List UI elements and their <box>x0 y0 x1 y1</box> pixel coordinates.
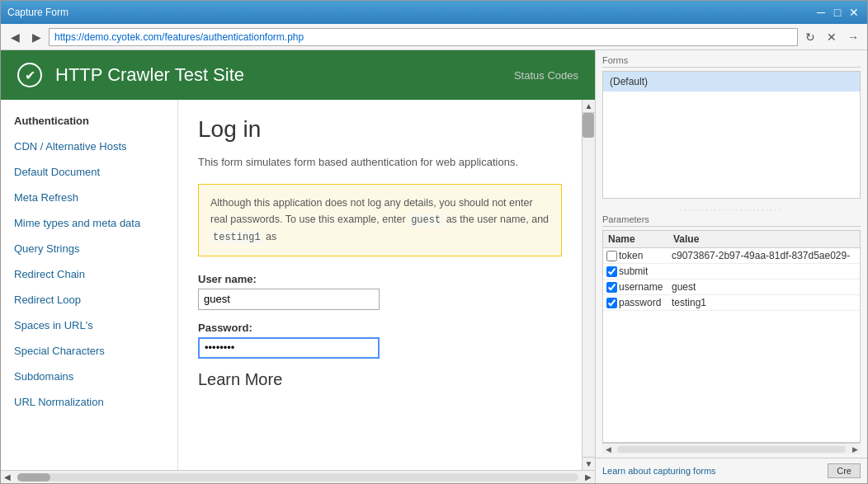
name-column-header: Name <box>603 231 668 248</box>
sidebar-item-special-characters[interactable]: Special Characters <box>1 338 177 364</box>
site-header: ✔ HTTP Crawler Test Site Status Codes <box>1 50 595 100</box>
sidebar-item-spaces-url[interactable]: Spaces in URL's <box>1 312 177 338</box>
title-bar: Capture Form ─ □ ✕ <box>1 1 867 24</box>
sidebar-item-redirect-loop[interactable]: Redirect Loop <box>1 287 177 312</box>
value-column-header: Value <box>668 231 860 248</box>
go-button[interactable]: → <box>844 28 862 46</box>
learn-more-title: Learn More <box>198 370 562 389</box>
username-input[interactable] <box>198 289 380 310</box>
params-scroll-right[interactable]: ▶ <box>849 445 861 453</box>
learn-link[interactable]: Learn about capturing forms <box>602 466 716 476</box>
param-name-cell: token <box>603 248 668 264</box>
guest-code: guest <box>408 214 443 227</box>
param-value-cell: testing1 <box>668 295 860 311</box>
page-title: Log in <box>198 116 562 143</box>
param-checkbox[interactable] <box>606 282 617 293</box>
param-name-text: username <box>619 281 663 293</box>
scroll-left-button[interactable]: ◀ <box>1 471 14 484</box>
site-title: HTTP Crawler Test Site <box>55 64 501 86</box>
param-name-container: submit <box>606 265 665 277</box>
page-description: This form simulates form based authentic… <box>198 154 562 171</box>
sidebar-item-mime-types[interactable]: Mime types and meta data <box>1 210 177 236</box>
params-h-scrollbar: ◀ ▶ <box>602 443 861 454</box>
param-value-cell <box>668 264 860 280</box>
vertical-scrollbar: ▲ ▼ <box>582 100 595 470</box>
scroll-thumb[interactable] <box>583 113 594 138</box>
site-logo: ✔ <box>17 63 42 87</box>
page-content: Log in This form simulates form based au… <box>178 100 582 470</box>
params-section: Parameters Name Value <box>596 214 867 458</box>
username-group: User name: <box>198 273 562 310</box>
param-name-cell: username <box>603 280 668 295</box>
sidebar-item-subdomains[interactable]: Subdomains <box>1 364 177 389</box>
main-layout: ✔ HTTP Crawler Test Site Status Codes Au… <box>1 50 867 483</box>
stop-button[interactable]: ✕ <box>823 28 841 46</box>
checkmark-icon: ✔ <box>25 68 35 83</box>
sidebar-item-authentication[interactable]: Authentication <box>1 108 177 134</box>
password-input[interactable] <box>198 337 380 359</box>
param-name-cell: password <box>603 295 668 311</box>
username-label: User name: <box>198 273 562 285</box>
right-panel: Forms (Default) ........................… <box>595 50 867 483</box>
minimize-button[interactable]: ─ <box>814 6 828 19</box>
sidebar-item-query-strings[interactable]: Query Strings <box>1 236 177 261</box>
param-value-cell: guest <box>668 280 860 295</box>
scroll-down-button[interactable]: ▼ <box>583 457 595 470</box>
sidebar-item-url-normalization[interactable]: URL Normalization <box>1 389 177 415</box>
back-button[interactable]: ◀ <box>6 28 24 46</box>
params-header-row: Name Value <box>603 231 860 248</box>
param-name-text: submit <box>619 265 648 277</box>
sidebar: Authentication CDN / Alternative Hosts D… <box>1 100 178 470</box>
window-title: Capture Form <box>7 7 68 18</box>
panel-bottom: Learn about capturing forms Cre <box>596 458 867 483</box>
address-bar[interactable] <box>49 28 798 46</box>
param-checkbox[interactable] <box>606 266 617 277</box>
window-controls: ─ □ ✕ <box>814 6 861 19</box>
restore-button[interactable]: □ <box>831 6 844 19</box>
forms-section: Forms (Default) <box>596 50 867 202</box>
warning-box: Although this application does not log a… <box>198 184 562 256</box>
params-title: Parameters <box>602 214 861 227</box>
table-row: token c9073867-2b97-49aa-81df-837d5ae029… <box>603 248 860 264</box>
dotted-separator: ........................ <box>596 202 867 214</box>
toolbar: ◀ ▶ ↻ ✕ → <box>1 24 867 50</box>
forms-list[interactable]: (Default) <box>602 71 861 199</box>
table-row: username guest <box>603 280 860 295</box>
horizontal-scrollbar: ◀ ▶ <box>1 470 595 483</box>
param-value-text: c9073867-2b97-49aa-81df-837d5ae029- <box>672 250 850 261</box>
close-button[interactable]: ✕ <box>847 6 861 19</box>
param-value-text: guest <box>672 281 696 293</box>
testing1-code: testing1 <box>210 231 263 244</box>
h-scroll-thumb[interactable] <box>17 473 50 482</box>
forms-title: Forms <box>602 55 861 68</box>
password-group: Password: <box>198 322 562 359</box>
forward-button[interactable]: ▶ <box>27 28 45 46</box>
params-h-track <box>617 446 846 453</box>
browser-area: ✔ HTTP Crawler Test Site Status Codes Au… <box>1 50 595 483</box>
sidebar-item-cdn[interactable]: CDN / Alternative Hosts <box>1 134 177 159</box>
main-window: Capture Form ─ □ ✕ ◀ ▶ ↻ ✕ → ✔ HTTP Craw… <box>0 0 868 484</box>
params-table-container[interactable]: Name Value token <box>602 230 861 443</box>
scroll-right-button[interactable]: ▶ <box>582 471 595 484</box>
param-name-container: token <box>606 250 665 261</box>
table-row: password testing1 <box>603 295 860 311</box>
param-value-text: testing1 <box>672 297 706 308</box>
forms-default-item[interactable]: (Default) <box>603 72 860 92</box>
scroll-up-button[interactable]: ▲ <box>583 100 595 113</box>
param-checkbox[interactable] <box>606 251 617 261</box>
param-checkbox[interactable] <box>606 298 617 308</box>
param-name-container: username <box>606 281 665 293</box>
params-scroll-left[interactable]: ◀ <box>602 445 614 453</box>
sidebar-item-meta-refresh[interactable]: Meta Refresh <box>1 185 177 210</box>
content-row: Authentication CDN / Alternative Hosts D… <box>1 100 595 470</box>
refresh-button[interactable]: ↻ <box>801 28 819 46</box>
sidebar-item-redirect-chain[interactable]: Redirect Chain <box>1 261 177 287</box>
password-label: Password: <box>198 322 562 334</box>
h-scroll-track <box>17 473 578 482</box>
create-button[interactable]: Cre <box>828 463 861 478</box>
params-table: Name Value token <box>603 231 860 311</box>
sidebar-item-default-document[interactable]: Default Document <box>1 159 177 185</box>
param-name-text: password <box>619 297 661 308</box>
scroll-track <box>583 113 595 457</box>
site-nav: Status Codes <box>514 69 578 82</box>
